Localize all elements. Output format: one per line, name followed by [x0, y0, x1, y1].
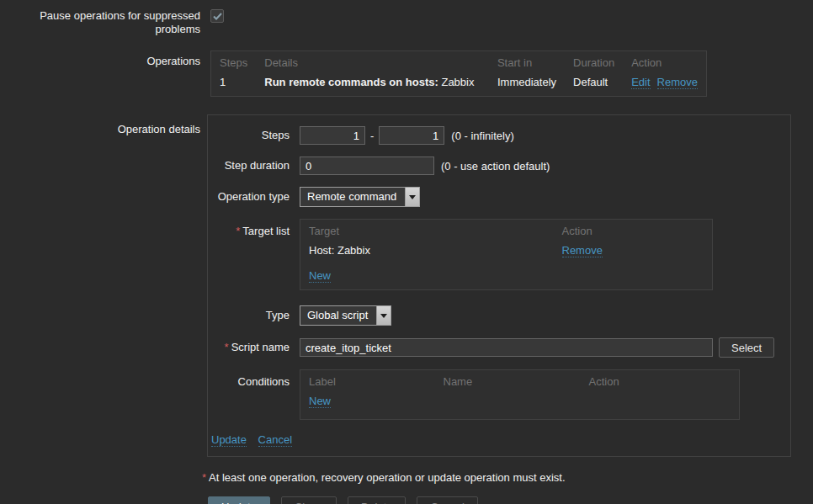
step-duration-label: Step duration [208, 157, 290, 175]
operation-details-host: Zabbix [441, 76, 474, 88]
cancel-button[interactable]: Cancel [417, 496, 477, 504]
conditions-header-name: Name [435, 370, 581, 390]
target-host: Host: Zabbix [300, 239, 554, 264]
type-row: Type Global script [208, 305, 790, 326]
target-header: Target [300, 220, 554, 240]
pause-operations-label: Pause operations for suppressed problems [0, 9, 210, 36]
check-icon [213, 13, 222, 20]
operations-header-duration: Duration [565, 51, 623, 72]
pause-operations-row: Pause operations for suppressed problems [0, 0, 813, 36]
chevron-down-icon[interactable] [405, 188, 419, 206]
operation-type-select[interactable]: Remote command [300, 187, 420, 207]
operation-cancel-link[interactable]: Cancel [258, 433, 292, 447]
operation-edit-link[interactable]: Edit [631, 76, 650, 89]
step-duration-hint: (0 - use action default) [441, 160, 550, 172]
target-action-header: Action [554, 220, 713, 240]
steps-hint: (0 - infinitely) [451, 130, 513, 142]
panel-links: Update Cancel [211, 433, 790, 446]
required-asterisk: * [202, 471, 206, 484]
operation-update-link[interactable]: Update [211, 433, 247, 447]
operations-row: Operations Steps Details Start in Durati… [0, 50, 813, 97]
steps-label: Steps [208, 126, 290, 145]
target-list-label: *Target list [208, 219, 290, 238]
script-select-button[interactable]: Select [719, 337, 774, 358]
operation-details-row: Operation details Steps - (0 - infinitel… [0, 114, 813, 457]
script-name-row: *Script name Select [208, 337, 790, 358]
clone-button[interactable]: Clone [281, 496, 337, 504]
delete-button[interactable]: Delete [348, 496, 406, 504]
target-new-row: New [300, 264, 713, 290]
operation-details-panel: Steps - (0 - infinitely) Step duration (… [207, 114, 791, 457]
target-new-link[interactable]: New [309, 269, 331, 283]
script-name-label: *Script name [208, 338, 290, 357]
script-name-input[interactable] [300, 338, 713, 357]
operations-header-steps: Steps [211, 51, 257, 72]
steps-separator: - [370, 130, 374, 142]
conditions-row: Conditions Label Name Action New [208, 369, 790, 420]
conditions-new-row: New [300, 390, 740, 420]
steps-to-input[interactable] [379, 126, 444, 145]
operation-remove-link[interactable]: Remove [657, 76, 698, 89]
conditions-label: Conditions [208, 369, 290, 389]
chevron-down-icon[interactable] [376, 306, 391, 325]
operation-type-value: Remote command [300, 188, 405, 206]
operation-action-cell: EditRemove [623, 71, 706, 97]
type-select[interactable]: Global script [300, 305, 391, 326]
operation-type-label: Operation type [208, 188, 290, 206]
zabbix-action-operation-form: Pause operations for suppressed problems… [0, 0, 813, 504]
footer-buttons: Update Clone Delete Cancel [208, 496, 813, 504]
update-button[interactable]: Update [208, 496, 270, 504]
conditions-new-link[interactable]: New [309, 395, 331, 408]
operations-label: Operations [0, 50, 210, 68]
type-label: Type [208, 306, 290, 325]
step-duration-row: Step duration (0 - use action default) [208, 157, 790, 175]
step-duration-input[interactable] [300, 157, 434, 175]
operation-details-cell: Run remote commands on hosts: Zabbix [256, 71, 489, 97]
operation-details-label: Operation details [0, 114, 210, 136]
operations-table: Steps Details Start in Duration Action 1… [210, 50, 707, 97]
operations-table-row: 1 Run remote commands on hosts: Zabbix I… [211, 71, 707, 97]
pause-operations-checkbox[interactable] [210, 9, 224, 23]
operations-header-action: Action [623, 51, 706, 72]
target-remove-link[interactable]: Remove [562, 244, 603, 257]
operation-duration: Default [565, 71, 623, 97]
operations-header-details: Details [256, 51, 489, 72]
required-asterisk: * [225, 341, 229, 353]
operation-start-in: Immediately [489, 71, 565, 97]
target-row: Host: Zabbix Remove [300, 239, 713, 264]
conditions-header-label: Label [300, 370, 435, 390]
target-list-row: *Target list Target Action Host: Zabbix … [208, 219, 790, 290]
steps-row: Steps - (0 - infinitely) [208, 126, 790, 145]
target-list-table: Target Action Host: Zabbix Remove New [300, 219, 713, 290]
operation-type-row: Operation type Remote command [208, 187, 790, 207]
required-asterisk: * [236, 225, 240, 237]
conditions-table: Label Name Action New [300, 369, 740, 420]
footer-required-message: *At least one operation, recovery operat… [202, 471, 813, 484]
type-value: Global script [300, 306, 376, 325]
operation-details-bold: Run remote commands on hosts: [264, 76, 438, 88]
operation-step-number: 1 [211, 71, 257, 97]
operations-header-start-in: Start in [489, 51, 565, 72]
conditions-header-action: Action [581, 370, 740, 390]
steps-from-input[interactable] [300, 126, 365, 145]
